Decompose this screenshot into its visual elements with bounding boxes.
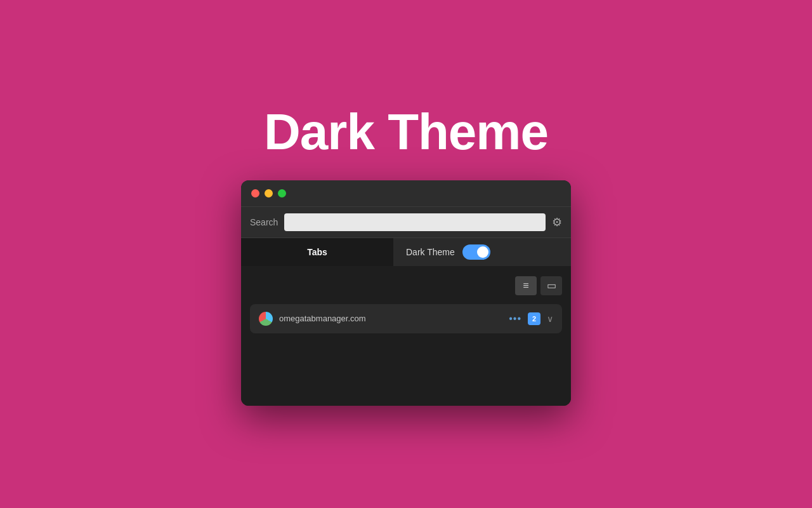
settings-panel: Dark Theme [393,238,571,266]
toggle-slider [462,244,490,260]
nav-row: Tabs Dark Theme [241,237,571,266]
minimize-button[interactable] [265,189,273,197]
browser-window: Search ⚙ Tabs Dark Theme ≡ ▭ omegat [241,180,571,406]
dark-theme-toggle[interactable] [462,244,490,260]
site-favicon [259,312,273,326]
search-label: Search [250,217,278,227]
view-toggles: ≡ ▭ [250,276,562,295]
chevron-down-icon[interactable]: ∨ [547,314,553,324]
site-name: omegatabmanager.com [279,314,502,323]
tab-count-badge: 2 [528,312,540,325]
more-options-button[interactable]: ••• [509,313,521,324]
search-bar: Search ⚙ [241,206,571,237]
list-icon: ≡ [523,280,528,291]
grid-view-button[interactable]: ▭ [540,276,562,295]
title-bar [241,180,571,206]
maximize-button[interactable] [278,189,286,197]
search-input[interactable] [284,213,546,231]
tab-group-item[interactable]: omegatabmanager.com ••• 2 ∨ [250,304,562,333]
tabs-tab[interactable]: Tabs [241,238,393,266]
content-area: ≡ ▭ omegatabmanager.com ••• 2 ∨ [241,266,571,406]
close-button[interactable] [251,189,259,197]
gear-icon[interactable]: ⚙ [552,215,562,229]
dark-theme-label: Dark Theme [406,247,455,257]
list-view-button[interactable]: ≡ [515,276,537,295]
page-title: Dark Theme [264,103,548,161]
grid-icon: ▭ [547,279,556,291]
